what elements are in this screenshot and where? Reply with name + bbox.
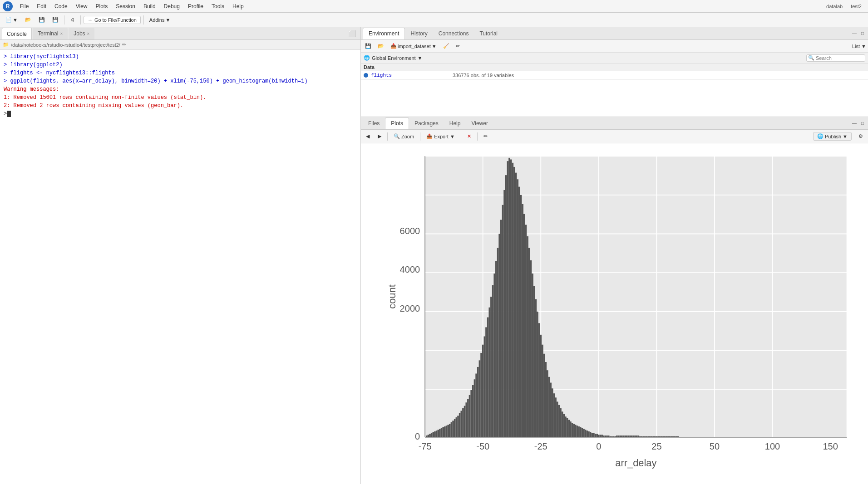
open-file-btn[interactable]: 📂 bbox=[22, 15, 34, 24]
svg-rect-71 bbox=[515, 173, 517, 437]
menu-edit[interactable]: Edit bbox=[33, 2, 50, 10]
global-env-selector[interactable]: 🌐 Global Environment ▼ bbox=[364, 55, 423, 61]
svg-rect-68 bbox=[510, 160, 512, 437]
menu-tools[interactable]: Tools bbox=[208, 2, 228, 10]
env-minimize-btn[interactable]: — bbox=[851, 30, 858, 37]
export-label: Export bbox=[434, 134, 449, 139]
svg-rect-44 bbox=[470, 390, 472, 437]
svg-rect-66 bbox=[507, 161, 509, 437]
env-edit-btn[interactable]: ✏ bbox=[454, 42, 462, 50]
prev-plot-btn[interactable]: ◀ bbox=[363, 132, 373, 141]
svg-rect-113 bbox=[585, 430, 587, 437]
x-tick-0: 0 bbox=[596, 441, 601, 451]
env-save-btn[interactable]: 💾 bbox=[363, 42, 374, 50]
svg-rect-69 bbox=[512, 163, 513, 437]
console-minimize-btn[interactable]: ⬜ bbox=[345, 29, 359, 38]
env-row-flights[interactable]: flights 336776 obs. of 19 variables bbox=[361, 71, 868, 80]
svg-rect-47 bbox=[475, 374, 477, 437]
addins-label: Addins bbox=[149, 17, 165, 23]
save-all-btn[interactable]: 💾 bbox=[49, 15, 61, 24]
refresh-plot-btn[interactable]: ✏ bbox=[480, 132, 491, 141]
zoom-btn[interactable]: 🔍 Zoom bbox=[390, 132, 417, 141]
list-view-btn[interactable]: List ▼ bbox=[852, 44, 866, 49]
go-to-file-button[interactable]: → Go to File/Function bbox=[84, 16, 141, 24]
broom-icon: 🧹 bbox=[443, 43, 449, 49]
jobs-tab-label: Jobs bbox=[74, 30, 85, 37]
svg-rect-92 bbox=[550, 383, 552, 437]
menu-view[interactable]: View bbox=[72, 2, 91, 10]
env-open-btn[interactable]: 📂 bbox=[375, 42, 386, 50]
menu-code[interactable]: Code bbox=[51, 2, 71, 10]
tab-terminal[interactable]: Terminal × bbox=[33, 28, 68, 39]
tab-jobs[interactable]: Jobs × bbox=[69, 28, 94, 39]
env-content: Data flights 336776 obs. of 19 variables bbox=[361, 64, 868, 117]
svg-rect-112 bbox=[583, 429, 585, 437]
tab-viewer[interactable]: Viewer bbox=[466, 117, 493, 129]
path-edit-icon[interactable]: ✏ bbox=[122, 42, 126, 48]
x-tick-25: 25 bbox=[651, 441, 661, 451]
x-tick-50: 50 bbox=[710, 441, 720, 451]
svg-rect-50 bbox=[480, 353, 482, 437]
plots-minimize-btn[interactable]: — bbox=[851, 120, 858, 127]
jobs-close-icon[interactable]: × bbox=[87, 31, 90, 36]
addins-btn[interactable]: Addins ▼ bbox=[147, 16, 173, 24]
tab-files[interactable]: Files bbox=[363, 117, 385, 129]
save-file-btn[interactable]: 💾 bbox=[36, 15, 48, 24]
delete-plot-btn[interactable]: ✕ bbox=[464, 132, 474, 141]
menu-session[interactable]: Session bbox=[112, 2, 139, 10]
env-import-dataset-btn[interactable]: 📥 import_dataset ▼ bbox=[388, 42, 439, 50]
tab-help[interactable]: Help bbox=[444, 117, 466, 129]
packages-tab-label: Packages bbox=[414, 120, 439, 127]
tab-console[interactable]: Console bbox=[2, 28, 32, 39]
publish-label: Publish bbox=[825, 134, 841, 139]
tab-tutorial[interactable]: Tutorial bbox=[474, 28, 503, 39]
svg-rect-98 bbox=[560, 408, 562, 437]
svg-rect-88 bbox=[543, 354, 545, 437]
menu-plots[interactable]: Plots bbox=[92, 2, 112, 10]
menu-file[interactable]: File bbox=[16, 2, 32, 10]
svg-rect-73 bbox=[518, 187, 520, 437]
plots-settings-btn[interactable]: ⚙ bbox=[855, 132, 866, 141]
tab-packages[interactable]: Packages bbox=[409, 117, 444, 129]
publish-dropdown-icon: ▼ bbox=[843, 134, 848, 139]
plots-maximize-btn[interactable]: □ bbox=[859, 120, 866, 127]
menu-help[interactable]: Help bbox=[229, 2, 247, 10]
env-clear-btn[interactable]: 🧹 bbox=[441, 42, 452, 50]
tab-connections[interactable]: Connections bbox=[433, 28, 474, 39]
search-icon: 🔍 bbox=[808, 55, 814, 61]
addins-dropdown-icon: ▼ bbox=[165, 17, 170, 23]
next-plot-btn[interactable]: ▶ bbox=[375, 132, 385, 141]
history-tab-label: History bbox=[410, 30, 427, 37]
tab-plots[interactable]: Plots bbox=[385, 117, 409, 129]
tab-environment[interactable]: Environment bbox=[363, 28, 405, 39]
right-panel: Environment History Connections Tutorial… bbox=[361, 27, 868, 484]
environment-tab-label: Environment bbox=[369, 30, 399, 37]
y-tick-4000: 4000 bbox=[400, 264, 420, 274]
menu-profile[interactable]: Profile bbox=[184, 2, 207, 10]
export-btn[interactable]: 📤 Export ▼ bbox=[423, 132, 458, 141]
svg-rect-60 bbox=[497, 248, 499, 437]
console-output[interactable]: > library(nycflights13) > library(ggplot… bbox=[0, 50, 360, 484]
tab-history[interactable]: History bbox=[405, 28, 433, 39]
menu-debug[interactable]: Debug bbox=[160, 2, 183, 10]
svg-rect-49 bbox=[479, 361, 481, 437]
menu-build[interactable]: Build bbox=[140, 2, 159, 10]
svg-rect-65 bbox=[505, 175, 507, 437]
svg-rect-93 bbox=[552, 389, 553, 438]
env-search-input[interactable] bbox=[806, 54, 865, 62]
env-maximize-btn[interactable]: □ bbox=[859, 30, 866, 37]
svg-rect-89 bbox=[545, 362, 547, 437]
flights-dot bbox=[364, 73, 368, 78]
console-warning-header: Warning messages: bbox=[4, 85, 357, 93]
publish-btn[interactable]: 🌐 Publish ▼ bbox=[813, 132, 852, 141]
terminal-close-icon[interactable]: × bbox=[60, 31, 63, 36]
x-axis-label: arr_delay bbox=[615, 457, 656, 469]
new-file-btn[interactable]: 📄 ▼ bbox=[3, 15, 20, 24]
print-btn[interactable]: 🖨 bbox=[67, 16, 78, 24]
svg-rect-67 bbox=[508, 158, 510, 437]
console-cursor-line: > bbox=[4, 110, 357, 118]
import-dropdown-icon: ▼ bbox=[432, 44, 437, 49]
cursor-block bbox=[7, 111, 11, 117]
files-tab-label: Files bbox=[368, 120, 380, 127]
global-env-text: Global Environment bbox=[372, 55, 416, 61]
